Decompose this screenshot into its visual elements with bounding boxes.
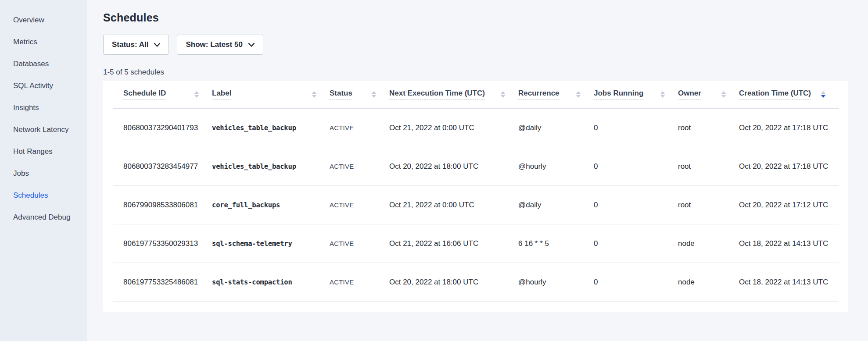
cell-label: core_full_backups	[212, 201, 330, 209]
sort-arrows-icon	[372, 91, 376, 98]
table-row: 806800373290401793vehicles_table_backupA…	[113, 109, 839, 147]
cell-next-execution: Oct 20, 2022 at 18:00 UTC	[389, 162, 518, 171]
column-header-label: Status	[330, 89, 352, 100]
show-filter-label: Show: Latest 50	[186, 40, 242, 49]
sidebar-item-network-latency[interactable]: Network Latency	[0, 119, 87, 141]
cell-next-execution: Oct 21, 2022 at 0:00 UTC	[389, 124, 518, 132]
column-header-creation-time-utc[interactable]: Creation Time (UTC)	[739, 89, 839, 100]
table-row: 806800373283454977vehicles_table_backupA…	[113, 147, 839, 186]
table-row: 806197753350029313sql-schema-telemetryAC…	[113, 224, 839, 263]
column-header-label: Schedule ID	[123, 89, 166, 100]
column-header-label[interactable]: Label	[212, 89, 330, 100]
cell-label: vehicles_table_backup	[212, 124, 330, 132]
column-header-label: Owner	[678, 89, 701, 100]
cell-recurrence: 6 16 * * 5	[518, 239, 594, 248]
cell-jobs-running: 0	[594, 239, 678, 248]
cell-status: ACTIVE	[330, 278, 389, 286]
column-header-status[interactable]: Status	[330, 89, 389, 100]
cell-schedule-id: 806800373290401793	[113, 124, 212, 132]
cell-owner: root	[678, 201, 739, 210]
sidebar: OverviewMetricsDatabasesSQL ActivityInsi…	[0, 0, 87, 341]
sidebar-item-jobs[interactable]: Jobs	[0, 163, 87, 185]
sidebar-item-databases[interactable]: Databases	[0, 53, 87, 75]
cell-next-execution: Oct 21, 2022 at 0:00 UTC	[389, 201, 518, 210]
cell-owner: root	[678, 124, 739, 132]
sort-arrows-icon	[194, 91, 199, 98]
column-header-label: Label	[212, 89, 231, 100]
cell-recurrence: @daily	[518, 201, 594, 210]
cell-owner: node	[678, 278, 739, 287]
cell-creation-time: Oct 20, 2022 at 17:18 UTC	[739, 124, 839, 132]
cell-status: ACTIVE	[330, 240, 389, 247]
cell-creation-time: Oct 18, 2022 at 14:13 UTC	[739, 239, 839, 248]
sort-arrows-icon	[721, 91, 726, 98]
sort-arrows-icon	[501, 91, 505, 98]
sidebar-item-metrics[interactable]: Metrics	[0, 31, 87, 53]
table-row: 806799098533806081core_full_backupsACTIV…	[113, 186, 839, 224]
schedules-page: OverviewMetricsDatabasesSQL ActivityInsi…	[0, 0, 868, 341]
column-header-jobs-running[interactable]: Jobs Running	[594, 89, 678, 100]
cell-label: sql-stats-compaction	[212, 278, 330, 286]
sidebar-item-sql-activity[interactable]: SQL Activity	[0, 75, 87, 97]
chevron-down-icon	[248, 43, 255, 47]
cell-label: vehicles_table_backup	[212, 163, 330, 170]
column-header-next-execution-time-utc[interactable]: Next Execution Time (UTC)	[389, 89, 518, 100]
cell-creation-time: Oct 20, 2022 at 17:12 UTC	[739, 201, 839, 210]
status-filter-label: Status: All	[112, 40, 148, 49]
chevron-down-icon	[154, 43, 160, 47]
cell-status: ACTIVE	[330, 201, 389, 209]
sidebar-item-insights[interactable]: Insights	[0, 97, 87, 119]
cell-next-execution: Oct 21, 2022 at 16:06 UTC	[389, 239, 518, 248]
cell-jobs-running: 0	[594, 201, 678, 210]
table-body: 806800373290401793vehicles_table_backupA…	[103, 109, 848, 302]
column-header-label: Creation Time (UTC)	[739, 89, 811, 100]
results-count: 1-5 of 5 schedules	[103, 68, 849, 77]
sidebar-item-overview[interactable]: Overview	[0, 9, 87, 31]
column-header-label: Recurrence	[518, 89, 560, 100]
column-header-label: Jobs Running	[594, 89, 643, 100]
main-content: Schedules Status: All Show: Latest 50 1-…	[87, 0, 868, 341]
filter-bar: Status: All Show: Latest 50	[103, 35, 849, 55]
status-filter-dropdown[interactable]: Status: All	[103, 35, 169, 55]
cell-schedule-id: 806197753350029313	[113, 239, 212, 248]
column-header-recurrence[interactable]: Recurrence	[518, 89, 594, 100]
table-header-row: Schedule IDLabelStatusNext Execution Tim…	[113, 81, 839, 109]
cell-next-execution: Oct 20, 2022 at 18:00 UTC	[389, 278, 518, 287]
cell-recurrence: @daily	[518, 124, 594, 132]
sidebar-item-advanced-debug[interactable]: Advanced Debug	[0, 206, 87, 228]
sidebar-item-hot-ranges[interactable]: Hot Ranges	[0, 141, 87, 163]
page-title: Schedules	[103, 11, 849, 24]
sort-arrows-icon	[660, 91, 665, 98]
cell-owner: node	[678, 239, 739, 248]
cell-status: ACTIVE	[330, 124, 389, 131]
cell-schedule-id: 806799098533806081	[113, 201, 212, 210]
cell-recurrence: @hourly	[518, 278, 594, 287]
show-filter-dropdown[interactable]: Show: Latest 50	[177, 35, 263, 55]
cell-creation-time: Oct 20, 2022 at 17:18 UTC	[739, 162, 839, 171]
cell-owner: root	[678, 162, 739, 171]
schedules-table: Schedule IDLabelStatusNext Execution Tim…	[103, 81, 848, 312]
cell-jobs-running: 0	[594, 124, 678, 132]
column-header-owner[interactable]: Owner	[678, 89, 739, 100]
cell-schedule-id: 806800373283454977	[113, 162, 212, 171]
cell-creation-time: Oct 18, 2022 at 14:13 UTC	[739, 278, 839, 287]
sort-arrows-icon	[576, 91, 581, 98]
cell-status: ACTIVE	[330, 163, 389, 170]
sort-arrows-icon	[821, 91, 825, 98]
cell-jobs-running: 0	[594, 278, 678, 287]
cell-label: sql-schema-telemetry	[212, 240, 330, 248]
cell-recurrence: @hourly	[518, 162, 594, 171]
table-row: 806197753325486081sql-stats-compactionAC…	[113, 263, 839, 302]
column-header-label: Next Execution Time (UTC)	[389, 89, 485, 100]
column-header-schedule-id[interactable]: Schedule ID	[113, 89, 212, 100]
cell-schedule-id: 806197753325486081	[113, 278, 212, 287]
cell-jobs-running: 0	[594, 162, 678, 171]
sidebar-item-schedules[interactable]: Schedules	[0, 185, 87, 206]
sort-arrows-icon	[312, 91, 316, 98]
